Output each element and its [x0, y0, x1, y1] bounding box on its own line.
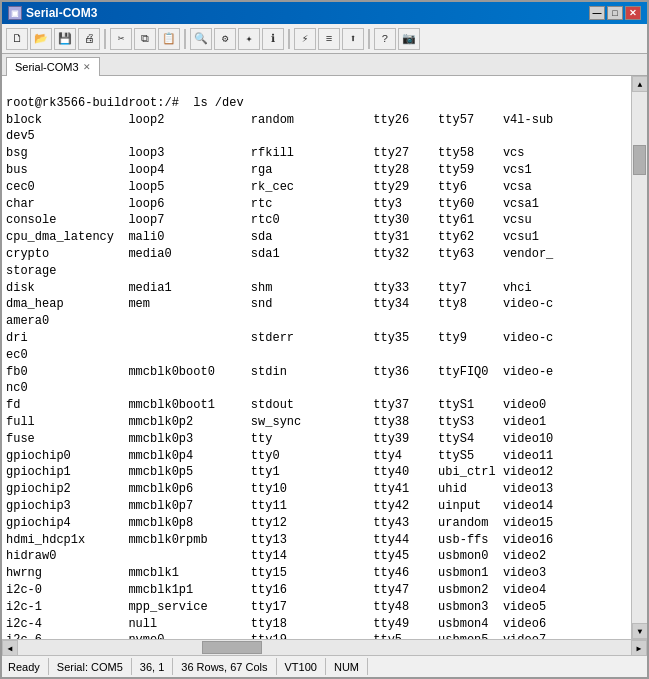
protocol-button[interactable]: ≡ — [318, 28, 340, 50]
status-ready: Ready — [8, 658, 49, 675]
settings-button[interactable]: ⚙ — [214, 28, 236, 50]
scroll-right-button[interactable]: ▶ — [631, 640, 647, 656]
main-window: ▣ Serial-COM3 — □ ✕ 🗋 📂 💾 🖨 ✂ ⧉ 📋 🔍 ⚙ ✦ … — [0, 0, 649, 679]
window-icon: ▣ — [8, 6, 22, 20]
status-rowcols: 36 Rows, 67 Cols — [173, 658, 276, 675]
tab-close-icon[interactable]: ✕ — [83, 62, 91, 72]
transfer-button[interactable]: ⬆ — [342, 28, 364, 50]
status-emulation: VT100 — [277, 658, 326, 675]
info-button[interactable]: ℹ — [262, 28, 284, 50]
paste-button[interactable]: 📋 — [158, 28, 180, 50]
toolbar-sep-3 — [288, 29, 290, 49]
scroll-down-button[interactable]: ▼ — [632, 623, 647, 639]
find-button[interactable]: 🔍 — [190, 28, 212, 50]
title-bar-left: ▣ Serial-COM3 — [8, 6, 97, 20]
print-button[interactable]: 🖨 — [78, 28, 100, 50]
vertical-scrollbar[interactable]: ▲ ▼ — [631, 76, 647, 639]
scroll-up-button[interactable]: ▲ — [632, 76, 647, 92]
terminal-content[interactable]: root@rk3566-buildroot:/# ls /dev block l… — [2, 76, 631, 639]
toolbar: 🗋 📂 💾 🖨 ✂ ⧉ 📋 🔍 ⚙ ✦ ℹ ⚡ ≡ ⬆ ? 📷 — [2, 24, 647, 54]
extra-button[interactable]: 📷 — [398, 28, 420, 50]
close-button[interactable]: ✕ — [625, 6, 641, 20]
scroll-thumb-v[interactable] — [633, 145, 646, 175]
minimize-button[interactable]: — — [589, 6, 605, 20]
toolbar-sep-4 — [368, 29, 370, 49]
tab-label: Serial-COM3 — [15, 61, 79, 73]
tab-serial-com3[interactable]: Serial-COM3 ✕ — [6, 57, 100, 76]
tab-bar: Serial-COM3 ✕ — [2, 54, 647, 76]
terminal-area: root@rk3566-buildroot:/# ls /dev block l… — [2, 76, 647, 639]
script-button[interactable]: ✦ — [238, 28, 260, 50]
scroll-track-h[interactable] — [18, 640, 631, 655]
toolbar-sep-2 — [184, 29, 186, 49]
status-position: 36, 1 — [132, 658, 173, 675]
title-buttons: — □ ✕ — [589, 6, 641, 20]
save-button[interactable]: 💾 — [54, 28, 76, 50]
status-bar: Ready Serial: COM5 36, 1 36 Rows, 67 Col… — [2, 655, 647, 677]
status-port: Serial: COM5 — [49, 658, 132, 675]
scroll-thumb-h[interactable] — [202, 641, 262, 654]
window-title: Serial-COM3 — [26, 6, 97, 20]
cut-button[interactable]: ✂ — [110, 28, 132, 50]
connect-button[interactable]: ⚡ — [294, 28, 316, 50]
horizontal-scrollbar[interactable]: ◀ ▶ — [2, 639, 647, 655]
scroll-track-v[interactable] — [632, 92, 647, 623]
scroll-left-button[interactable]: ◀ — [2, 640, 18, 656]
prompt-line: root@rk3566-buildroot:/# ls /dev — [6, 96, 244, 110]
toolbar-sep-1 — [104, 29, 106, 49]
status-num: NUM — [326, 658, 368, 675]
new-button[interactable]: 🗋 — [6, 28, 28, 50]
help-button[interactable]: ? — [374, 28, 396, 50]
open-button[interactable]: 📂 — [30, 28, 52, 50]
title-bar: ▣ Serial-COM3 — □ ✕ — [2, 2, 647, 24]
copy-button[interactable]: ⧉ — [134, 28, 156, 50]
maximize-button[interactable]: □ — [607, 6, 623, 20]
